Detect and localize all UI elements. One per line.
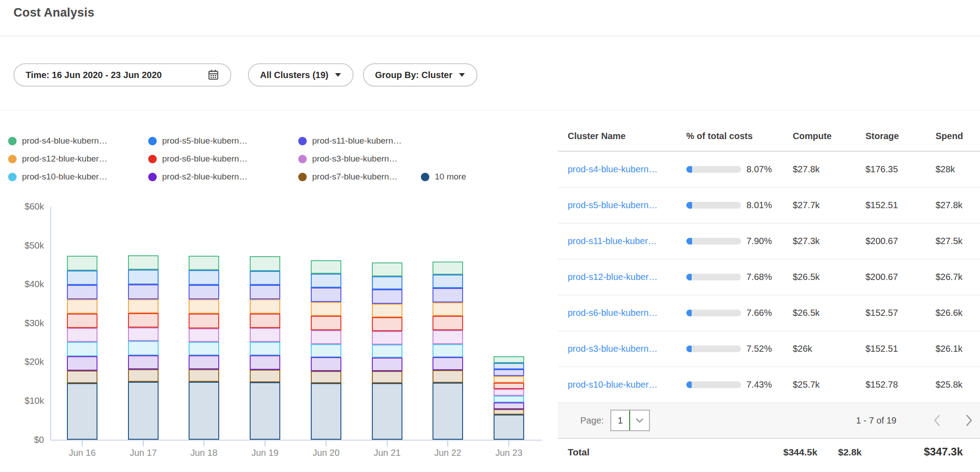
legend-item[interactable]: prod-s2-blue-kubern… [148, 172, 298, 182]
bar-segment[interactable] [494, 409, 524, 415]
bar-segment[interactable] [67, 256, 97, 271]
bar-segment[interactable] [250, 328, 280, 342]
bar-segment[interactable] [67, 371, 97, 384]
bar-segment[interactable] [311, 302, 341, 316]
bar-segment[interactable] [128, 284, 159, 299]
bar-segment[interactable] [433, 316, 463, 330]
cluster-name-link[interactable]: prod-s12-blue-kuber… [568, 272, 686, 282]
bar-segment[interactable] [189, 369, 219, 382]
bar-segment[interactable] [128, 270, 159, 284]
cluster-name-link[interactable]: prod-s10-blue-kuber… [568, 380, 686, 390]
bar-segment[interactable] [311, 274, 341, 288]
bar-segment[interactable] [311, 344, 341, 357]
cluster-name-link[interactable]: prod-s4-blue-kubern… [568, 164, 686, 175]
bar-segment[interactable] [433, 330, 463, 344]
bar-segment[interactable] [494, 396, 524, 402]
cluster-name-link[interactable]: prod-s11-blue-kuber… [568, 236, 686, 246]
bar-segment[interactable] [372, 331, 402, 345]
page-select[interactable]: 1 [610, 410, 650, 431]
cluster-name-link[interactable]: prod-s6-blue-kubern… [568, 308, 686, 318]
bar-segment[interactable] [67, 285, 97, 299]
bar-segment[interactable] [433, 275, 463, 288]
bar-segment[interactable] [67, 299, 97, 314]
bar-segment[interactable] [189, 299, 219, 314]
bar-segment[interactable] [189, 328, 219, 342]
bar-segment[interactable] [250, 370, 280, 382]
legend-item[interactable]: prod-s5-blue-kubern… [148, 136, 298, 146]
bar-segment[interactable] [128, 328, 159, 341]
bar-segment[interactable] [494, 402, 524, 409]
bar-segment[interactable] [128, 369, 159, 382]
bar-segment[interactable] [372, 371, 402, 384]
bar-segment[interactable] [128, 255, 159, 270]
bar-segment[interactable] [189, 285, 219, 299]
bar-segment[interactable] [433, 383, 463, 440]
bar-segment[interactable] [250, 342, 280, 355]
bar-segment[interactable] [67, 328, 97, 342]
bar-segment[interactable] [372, 289, 402, 304]
bar-segment[interactable] [250, 355, 280, 370]
bar-segment[interactable] [189, 256, 219, 270]
bar-segment[interactable] [494, 363, 524, 370]
bar-segment[interactable] [433, 344, 463, 357]
bar-segment[interactable] [372, 358, 402, 371]
bar-segment[interactable] [189, 382, 219, 440]
bar-segment[interactable] [372, 383, 402, 440]
bar-segment[interactable] [311, 316, 341, 330]
group-by-filter[interactable]: Group By: Cluster [363, 63, 477, 87]
bar-segment[interactable] [494, 389, 524, 396]
legend-item[interactable]: prod-s6-blue-kubern… [148, 154, 298, 164]
next-page-button[interactable] [966, 403, 973, 438]
bar-segment[interactable] [433, 288, 463, 302]
time-range-filter[interactable]: Time: 16 Jun 2020 - 23 Jun 2020 [13, 63, 231, 87]
bar-segment[interactable] [189, 270, 219, 285]
bar-segment[interactable] [250, 285, 280, 299]
bar-segment[interactable] [433, 262, 463, 275]
bar-segment[interactable] [433, 357, 463, 370]
legend-item[interactable]: prod-s3-blue-kubern… [298, 154, 421, 164]
bar-segment[interactable] [311, 260, 341, 274]
bar-segment[interactable] [311, 330, 341, 344]
bar-segment[interactable] [189, 355, 219, 369]
bar-segment[interactable] [67, 383, 97, 440]
bar-segment[interactable] [433, 302, 463, 315]
bar-segment[interactable] [128, 355, 159, 369]
bar-segment[interactable] [372, 317, 402, 331]
bar-segment[interactable] [67, 271, 97, 285]
bar-segment[interactable] [311, 371, 341, 384]
bar-segment[interactable] [494, 356, 524, 363]
bar-segment[interactable] [128, 341, 159, 355]
bar-segment[interactable] [372, 262, 402, 276]
legend-item[interactable]: prod-s7-blue-kubern… [298, 172, 421, 182]
bar-segment[interactable] [433, 370, 463, 383]
cluster-name-link[interactable]: prod-s3-blue-kubern… [568, 344, 686, 354]
bar-segment[interactable] [67, 342, 97, 356]
bar-segment[interactable] [372, 345, 402, 358]
bar-segment[interactable] [128, 382, 159, 440]
bar-segment[interactable] [67, 314, 97, 328]
bar-segment[interactable] [494, 415, 524, 440]
legend-item[interactable]: prod-s11-blue-kubern… [298, 136, 421, 146]
clusters-filter[interactable]: All Clusters (19) [248, 63, 353, 87]
bar-segment[interactable] [494, 376, 524, 383]
bar-segment[interactable] [494, 383, 524, 389]
bar-segment[interactable] [250, 299, 280, 314]
cluster-name-link[interactable]: prod-s5-blue-kubern… [568, 200, 686, 210]
bar-segment[interactable] [250, 314, 280, 328]
bar-segment[interactable] [250, 271, 280, 285]
bar-segment[interactable] [372, 276, 402, 289]
bar-segment[interactable] [189, 314, 219, 328]
bar-segment[interactable] [250, 382, 280, 440]
bar-segment[interactable] [311, 383, 341, 440]
legend-item[interactable]: 10 more [421, 172, 466, 182]
bar-segment[interactable] [128, 313, 159, 328]
bar-segment[interactable] [311, 288, 341, 302]
bar-segment[interactable] [189, 342, 219, 355]
bar-segment[interactable] [250, 256, 280, 271]
legend-item[interactable]: prod-s10-blue-kuber… [8, 172, 148, 182]
bar-segment[interactable] [372, 304, 402, 317]
legend-item[interactable]: prod-s12-blue-kuber… [8, 154, 148, 164]
bar-segment[interactable] [67, 356, 97, 371]
legend-item[interactable]: prod-s4-blue-kubern… [8, 136, 148, 146]
bar-segment[interactable] [311, 357, 341, 371]
